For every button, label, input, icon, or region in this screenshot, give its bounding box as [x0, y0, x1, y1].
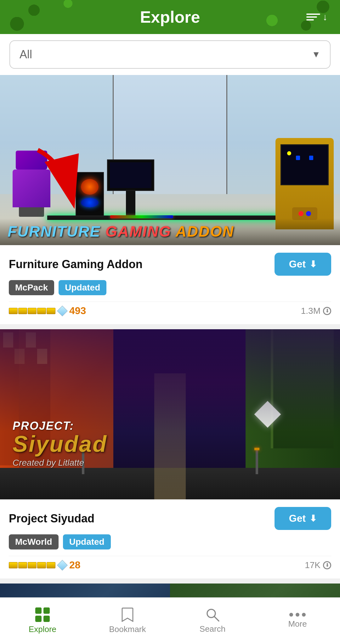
card-info-furniture-gaming-addon: Furniture Gaming Addon Get ⬇ McPack Upda…: [0, 245, 340, 324]
card-stats: 493 1.3M ⬇: [9, 302, 331, 321]
fga-title-furniture: FURNITURE: [8, 223, 105, 240]
filter-dropdown[interactable]: All ▼: [9, 40, 331, 69]
diamond-icon: [57, 560, 68, 571]
filter-bar: All ▼: [0, 34, 340, 75]
get-button-furniture-gaming-addon[interactable]: Get ⬇: [275, 253, 331, 276]
chevron-down-icon: ▼: [312, 49, 320, 60]
nav-label-explore: Explore: [29, 624, 56, 634]
get-button-project-siyudad[interactable]: Get ⬇: [275, 507, 331, 530]
download-count: 1.3M ⬇: [301, 306, 331, 316]
gold-bars: [9, 562, 55, 568]
tags-row: McWorld Updated: [9, 534, 331, 549]
search-icon: [206, 608, 219, 622]
download-count: 17K ⬇: [305, 560, 331, 570]
rating-count: 28: [69, 559, 81, 571]
download-circle-icon: ⬇: [323, 307, 331, 315]
svg-line-2: [214, 617, 219, 621]
rating-count: 493: [69, 305, 86, 317]
header: Explore ↓: [0, 0, 340, 34]
tag-mcpack: McPack: [9, 280, 54, 295]
card-title: Project Siyudad: [9, 512, 94, 525]
bookmark-icon: [122, 607, 133, 622]
siyudad-subtitle: Created by Litlatte: [13, 458, 107, 468]
card-image-project-siyudad[interactable]: PROJECT: Siyudad Created by Litlatte: [0, 329, 340, 499]
sort-button[interactable]: ↓: [306, 12, 327, 22]
sort-arrow-icon: ↓: [323, 12, 327, 22]
download-circle-icon: ⬇: [323, 561, 331, 569]
nav-item-bookmark[interactable]: Bookmark: [85, 602, 170, 639]
download-icon: ⬇: [309, 259, 317, 269]
download-icon: ⬇: [309, 513, 317, 524]
nav-item-more[interactable]: More: [255, 608, 340, 634]
diamond-icon: [57, 306, 68, 316]
bottom-nav: Explore Bookmark Search More: [0, 597, 340, 644]
tag-updated: Updated: [59, 280, 106, 295]
siyudad-text-overlay: PROJECT: Siyudad Created by Litlatte: [13, 419, 107, 468]
card-furniture-gaming-addon: FURNITURE GAMING ADDON Furniture Gaming …: [0, 75, 340, 324]
filter-selected-value: All: [20, 48, 32, 61]
card-image-furniture-gaming-addon[interactable]: FURNITURE GAMING ADDON: [0, 75, 340, 245]
fga-title-gaming: GAMING: [105, 223, 176, 240]
siyudad-main-title: Siyudad: [13, 433, 107, 455]
explore-grid-icon: [35, 607, 50, 622]
card-stats: 28 17K ⬇: [9, 556, 331, 575]
card-project-siyudad: PROJECT: Siyudad Created by Litlatte Pro…: [0, 329, 340, 578]
nav-item-explore[interactable]: Explore: [0, 602, 85, 639]
tag-mcworld: McWorld: [9, 534, 59, 549]
fga-title-addon: ADDON: [176, 223, 234, 240]
content-area: FURNITURE GAMING ADDON Furniture Gaming …: [0, 75, 340, 644]
nav-item-search[interactable]: Search: [170, 603, 255, 639]
sort-icon: [306, 14, 320, 20]
nav-label-bookmark: Bookmark: [109, 624, 146, 634]
gold-bars: [9, 308, 55, 314]
page-title: Explore: [140, 8, 200, 26]
nav-label-more: More: [288, 619, 307, 629]
more-dots-icon: [289, 613, 306, 617]
card-title: Furniture Gaming Addon: [9, 258, 143, 271]
tags-row: McPack Updated: [9, 280, 331, 295]
siyudad-project-label: PROJECT:: [13, 419, 107, 433]
rating-row: 28: [9, 559, 81, 571]
tag-updated: Updated: [63, 534, 111, 549]
rating-row: 493: [9, 305, 86, 317]
nav-label-search: Search: [200, 624, 225, 634]
card-info-project-siyudad: Project Siyudad Get ⬇ McWorld Updated: [0, 499, 340, 578]
